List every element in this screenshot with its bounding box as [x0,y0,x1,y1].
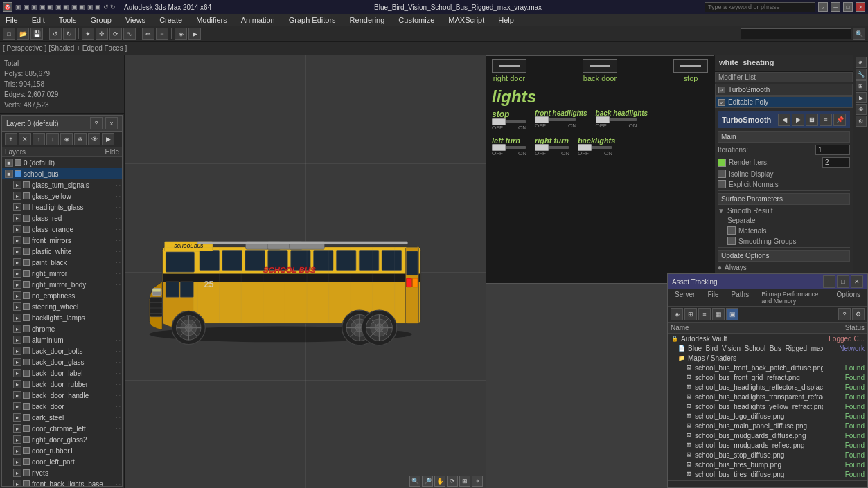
render-btn[interactable]: ▶ [188,28,201,40]
zoom-extents-icon[interactable]: ⊞ [459,476,470,487]
scale-btn[interactable]: ⤡ [123,28,136,40]
motion-icon-btn[interactable]: ▶ [856,92,867,103]
menu-modifiers[interactable]: Modifiers [193,16,230,24]
layer-item[interactable]: ▸front_mirrors··· [2,235,122,246]
render-iters-input[interactable] [822,157,850,168]
asset-list-item[interactable]: 🖼school_bus_main_panel_diffuse.pngFound [668,421,867,431]
menu-tools[interactable]: Tools [56,16,80,24]
asset-tb-help[interactable]: ? [838,308,851,320]
asset-list-item[interactable]: 🖼school_bus_front_grid_refract.pngFound [668,372,867,382]
layer-item[interactable]: ▸back_door_bolts··· [2,345,122,356]
redo-btn[interactable]: ↻ [63,28,76,40]
asset-menu-paths[interactable]: Paths [729,291,752,305]
layer-item[interactable]: ▸back_door_handle··· [2,390,122,401]
minimize-btn[interactable]: ─ [831,2,840,12]
layer-item[interactable]: ▸dark_steel··· [2,412,122,423]
asset-list-item[interactable]: 🖼school_bus_tires_bump.pngFound [668,460,867,469]
zoom-in-icon[interactable]: 🔍 [409,476,420,487]
viewport-main[interactable]: SCHOOL BUS 25 SCHOOL BUS [125,55,714,488]
asset-list-item[interactable]: 🖼school_bus_headlights_transparent_refra… [668,392,867,401]
utilities-icon-btn[interactable]: ⚙ [856,116,867,127]
layer-item[interactable]: ■0 (default)··· [2,157,122,168]
layer-help-btn[interactable]: ? [90,117,103,129]
layer-item[interactable]: ▸front_back_lights_base··· [2,478,122,486]
open-btn[interactable]: 📂 [17,28,29,40]
layer-move-up-btn[interactable]: ↑ [33,133,45,145]
layer-delete-btn[interactable]: ✕ [19,133,31,145]
asset-list-item[interactable]: 🖼school_bus_mudguards_reflect.pngFound [668,440,867,450]
asset-menu-options[interactable]: Options [834,291,863,305]
align-btn[interactable]: ≡ [156,28,168,40]
undo-btn[interactable]: ↺ [49,28,62,40]
asset-menu-server[interactable]: Server [672,291,698,305]
ts-prev-btn[interactable]: ◀ [778,114,790,126]
menu-views[interactable]: Views [123,16,148,24]
help-btn[interactable]: ? [818,2,828,12]
layer-item[interactable]: ▸back_door··· [2,401,122,412]
layer-item[interactable]: ▸glass_turn_signals··· [2,179,122,190]
asset-list-item[interactable]: 📄Blue_Bird_Vision_School_Bus_Rigged_max_… [668,343,867,353]
surface-params-header[interactable]: Surface Parameters [718,193,850,205]
layer-list[interactable]: ■0 (default)···■school_bus···▸glass_turn… [2,157,122,486]
menu-customize[interactable]: Customize [396,16,437,24]
layer-item[interactable]: ▸door_left_part··· [2,456,122,467]
modifier-visibility-check[interactable]: ✓ [718,87,725,93]
asset-list-item[interactable]: 🖼school_bus_front_back_patch_diffuse.png… [668,363,867,372]
layer-item[interactable]: ▸backlights_lamps··· [2,312,122,323]
ts-list-btn[interactable]: ≡ [820,114,832,126]
app-icon[interactable]: 🎯 [3,2,12,12]
main-section-header[interactable]: Main [718,131,850,143]
layer-item[interactable]: ▸door_chrome_left··· [2,423,122,434]
layer-item[interactable]: ▸right_mirror··· [2,268,122,279]
menu-help[interactable]: Help [495,16,517,24]
layer-item[interactable]: ▸glass_red··· [2,213,122,224]
pan-icon[interactable]: ✋ [434,476,445,487]
materials-check[interactable] [727,226,736,235]
asset-list-item[interactable]: 🖼school_bus_mudguards_diffuse.pngFound [668,431,867,440]
layer-item[interactable]: ▸door_rubber1··· [2,445,122,456]
asset-list-item[interactable]: 🖼school_bus_headlights_yellow_refract.pn… [668,401,867,411]
update-options-header[interactable]: Update Options [718,250,850,262]
asset-list-item[interactable]: 🖼school_bus_stop_diffuse.pngFound [668,450,867,460]
mirror-btn[interactable]: ⇔ [142,28,154,40]
restore-btn[interactable]: □ [843,2,853,12]
bus-scene[interactable]: SCHOOL BUS 25 SCHOOL BUS [125,55,486,488]
menu-group[interactable]: Group [87,16,114,24]
asset-tb-btn3[interactable]: ≡ [698,308,711,320]
asset-restore-btn[interactable]: □ [837,275,849,288]
layer-item[interactable]: ▸back_door_label··· [2,368,122,379]
layer-close-btn[interactable]: x [105,117,118,129]
asset-list-item[interactable]: 🖼school_bus_headlights_reflectors_displa… [668,382,867,392]
ts-next-btn[interactable]: ▶ [792,114,804,126]
hierarchy-icon-btn[interactable]: ⊞ [856,80,867,91]
menu-animation[interactable]: Animation [238,16,278,24]
asset-tb-btn2[interactable]: ⊞ [684,308,697,320]
layer-item[interactable]: ▸glass_orange··· [2,224,122,235]
modifier-item[interactable]: ✓TurboSmooth [715,84,853,96]
layer-item[interactable]: ▸back_door_glass··· [2,356,122,368]
modifier-item[interactable]: ✓Editable Poly [715,96,853,108]
create-icon-btn[interactable]: ⊕ [856,57,867,68]
asset-scrollbar-x[interactable] [668,480,867,487]
menu-file[interactable]: File [3,16,21,24]
new-btn[interactable]: □ [3,28,15,40]
explicit-normals-check[interactable] [718,180,726,188]
layer-move-down-btn[interactable]: ↓ [46,133,59,145]
move-btn[interactable]: ✛ [96,28,108,40]
asset-list[interactable]: 🔒Autodesk VaultLogged C...📄Blue_Bird_Vis… [668,334,867,480]
layer-item[interactable]: ▸plastic_white··· [2,246,122,257]
modify-icon-btn[interactable]: 🔧 [856,69,867,80]
asset-list-item[interactable]: 🖼school_bus_logo_diffuse.pngFound [668,411,867,421]
layer-item[interactable]: ▸no_emptiness··· [2,290,122,301]
display-icon-btn[interactable]: 👁 [856,104,867,115]
asset-list-item[interactable]: 🔒Autodesk VaultLogged C... [668,334,867,343]
modifier-visibility-check[interactable]: ✓ [718,99,725,106]
zoom-out-icon[interactable]: 🔎 [422,476,433,487]
asset-tb-btn4[interactable]: ▦ [712,308,725,320]
layer-item[interactable]: ■school_bus··· [2,168,122,179]
select-btn[interactable]: ✦ [82,28,94,40]
close-btn[interactable]: ✕ [856,2,865,12]
asset-close-btn[interactable]: ✕ [851,275,863,288]
layer-item[interactable]: ▸glass_yellow··· [2,190,122,201]
layer-item[interactable]: ▸aluminium··· [2,334,122,345]
